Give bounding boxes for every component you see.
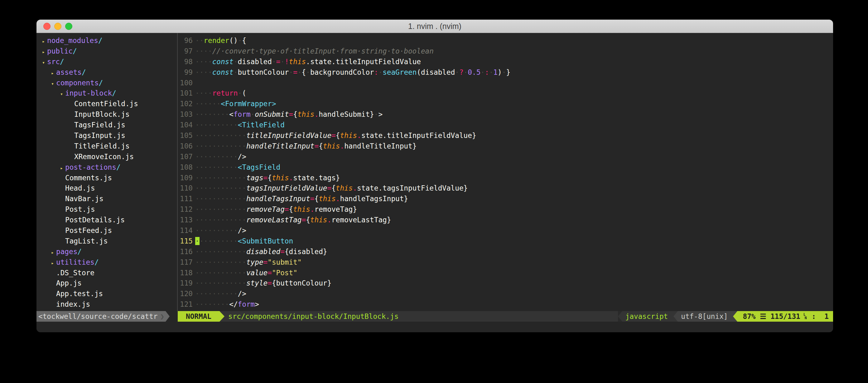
code-token: () [229,36,238,44]
code-line[interactable]: 97····//·convert·type·of·titleInput·from… [178,46,833,57]
tree-item-file[interactable]: PostDetails.js [36,215,177,225]
file-name: TagsField.js [74,121,125,129]
code-token: { [242,36,246,44]
code-editor[interactable]: 96··render()·{97····//·convert·type·of·t… [178,33,833,311]
chevron-right-icon[interactable]: ▸ [51,248,56,258]
tree-item-dir[interactable]: ▾components/ [36,78,177,89]
chevron-right-icon[interactable]: ▸ [60,163,65,174]
terminal-content: ▸node_modules/▸public/▾src/▸assets/▾comp… [36,33,833,332]
tree-item-file[interactable]: ContentField.js [36,99,177,109]
tree-item-file[interactable]: XRemoveIcon.js [36,152,177,162]
code-token: { [302,68,306,76]
code-line[interactable]: 113············removeLastTag={this.remov… [178,215,833,225]
code-line[interactable]: 100 [178,78,833,89]
code-token: this [336,184,353,192]
code-line[interactable]: 112············removeTag={this.removeTag… [178,204,833,215]
file-name: App.js [56,279,82,287]
tree-item-file[interactable]: Head.js [36,183,177,194]
code-line[interactable]: 114··········/> [178,225,833,236]
chevron-right-icon[interactable]: ▸ [51,258,56,269]
tree-item-file[interactable]: NavBar.js [36,194,177,204]
code-line[interactable]: 103········<form·onSubmit={this.handleSu… [178,109,833,120]
line-number: 102 [178,99,193,109]
dir-name: post-actions [65,163,116,171]
code-line[interactable]: 104··········<TitleField [178,120,833,131]
dir-name: pages [56,248,77,256]
dir-name: node_modules [47,36,98,44]
code-line[interactable]: 121········</form> [178,299,833,310]
code-token: type [246,258,264,266]
tree-item-dir[interactable]: ▾input-block/ [36,88,177,99]
line-number: 108 [178,162,193,173]
code-line[interactable]: 117············type="submit" [178,257,833,268]
code-token: form [234,110,251,118]
tree-item-file[interactable]: PostFeed.js [36,225,177,236]
airline-statusline: NORMAL src/components/input-block/InputB… [178,311,833,322]
code-token: · [464,68,468,76]
code-token: this [293,205,310,213]
code-line[interactable]: 115··········<SubmitButton [178,236,833,247]
tree-item-dir[interactable]: ▾src/ [36,57,177,67]
code-line[interactable]: 109············tags={this.state.tags} [178,173,833,183]
tree-item-dir[interactable]: ▸node_modules/ [36,35,177,46]
code-line[interactable]: 101····return·( [178,88,833,99]
code-token: ············ [195,174,246,182]
line-number: 116 [178,247,193,257]
code-line[interactable]: 108··········<TagsField [178,162,833,173]
tree-item-file[interactable]: App.test.js [36,289,177,299]
title-bar[interactable]: 1. nvim . (nvim) [36,20,833,33]
tree-item-dir[interactable]: ▸assets/ [36,67,177,78]
tree-item-file[interactable]: TagsField.js [36,120,177,131]
tree-item-file[interactable]: TitleField.js [36,141,177,152]
tree-item-dir[interactable]: ▸utilities/ [36,257,177,268]
code-token: = [285,205,289,213]
code-line[interactable]: 105············titleInputFieldValue={thi… [178,131,833,141]
code-line[interactable]: 106············handleTitleInput={this.ha… [178,141,833,152]
code-token: tags [246,174,264,182]
chevron-right-icon[interactable]: ▸ [51,68,56,79]
code-line[interactable]: 96··render()·{ [178,35,833,46]
line-number: 105 [178,131,193,141]
tree-item-file[interactable]: index.js [36,299,177,310]
cursor-position-indicator: 87% ☰ 115/131 LN : 1 [737,311,833,322]
tree-item-dir[interactable]: ▸public/ [36,46,177,57]
file-name: PostDetails.js [65,216,125,224]
chevron-right-icon[interactable]: ▸ [42,36,47,47]
chevron-down-icon[interactable]: ▾ [51,79,56,90]
file-name: TagList.js [65,237,108,245]
nerdtree-panel[interactable]: ▸node_modules/▸public/▾src/▸assets/▾comp… [36,33,177,311]
code-line[interactable]: 118············value="Post" [178,268,833,278]
code-token: = [293,68,298,76]
tree-item-dir[interactable]: ▸pages/ [36,247,177,257]
tree-item-file[interactable]: TagList.js [36,236,177,247]
chevron-down-icon[interactable]: ▾ [42,58,47,68]
tree-item-file[interactable]: TagsInput.js [36,131,177,141]
tree-item-file[interactable]: InputBlock.js [36,109,177,120]
code-token: { [268,174,272,182]
code-line[interactable]: 116············disabled={disabled} [178,247,833,257]
chevron-right-icon[interactable]: ▸ [42,47,47,58]
code-line[interactable]: 110············tagsInputFieldValue={this… [178,183,833,194]
tree-item-file[interactable]: Post.js [36,204,177,215]
tree-item-dir[interactable]: ▸post-actions/ [36,162,177,173]
tree-item-file[interactable]: App.js [36,278,177,289]
code-line[interactable]: 102······<FormWrapper> [178,99,833,109]
tree-item-file[interactable]: Comments.js [36,173,177,183]
code-line[interactable]: 107··········/> [178,152,833,162]
code-line[interactable]: 98····const·disabled·=·!this.state.title… [178,57,833,67]
code-line[interactable]: 119············style={buttonColour} [178,278,833,289]
tree-item-file[interactable]: .DS_Store [36,268,177,278]
chevron-down-icon[interactable]: ▾ [60,89,65,100]
code-token: . [352,184,357,192]
code-token: handleSubmit} [319,110,374,118]
line-number: 107 [178,152,193,162]
code-token: ········ [195,110,229,118]
code-token: ) [498,68,502,76]
code-line[interactable]: 111············handleTagsInput={this.han… [178,194,833,204]
code-token: state.tagsInputFieldValue} [357,184,468,192]
code-line[interactable]: 120··········/> [178,289,833,299]
dir-slash: / [98,36,102,44]
line-number: 100 [178,78,193,89]
code-line[interactable]: 99····const·buttonColour·=·{·backgroundC… [178,67,833,78]
command-line[interactable] [36,322,833,332]
